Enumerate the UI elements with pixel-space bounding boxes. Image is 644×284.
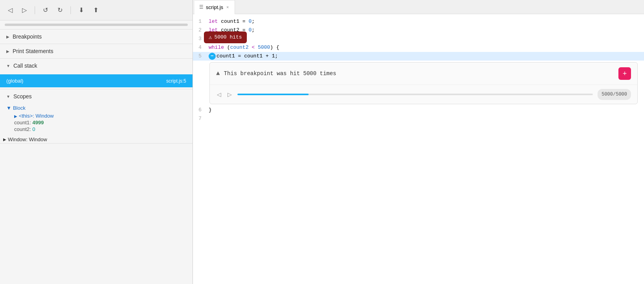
bp-progress-fill	[237, 94, 309, 95]
bp-controls: ◁ ▷ 5000/5000	[210, 85, 637, 104]
line-content-6: }	[205, 106, 644, 114]
call-stack-global-item[interactable]: (global) script.js:5	[0, 74, 192, 87]
line-content-4: while (count2 < 5000) {	[205, 43, 644, 52]
global-file-ref: script.js:5	[166, 78, 186, 84]
code-line-4: ⚠ 5000 hits 4 while (count2 < 5000) {	[193, 43, 644, 52]
line-content-1: let count1 = 0;	[205, 17, 644, 26]
line-content-2: let count2 = 0;	[205, 26, 644, 35]
scroll-area	[0, 20, 192, 30]
undo-button[interactable]: ↺	[41, 6, 50, 15]
toolbar-divider-2	[70, 6, 71, 14]
left-panel: ◁ ▷ ↺ ↻ ⬇ ⬆ ▶ Breakpoints ▶ Print Statem…	[0, 0, 193, 284]
breakpoints-header[interactable]: ▶ Breakpoints	[0, 30, 192, 44]
scopes-label: Scopes	[13, 93, 32, 100]
code-line-1: 1 let count1 = 0;	[193, 17, 644, 26]
forward-button[interactable]: ▷	[20, 6, 28, 15]
tab-close-button[interactable]: ×	[226, 4, 229, 10]
bp-warning-icon: ▲	[216, 69, 220, 78]
this-label: ▶ <this>: Window	[14, 113, 54, 119]
toolbar-divider	[35, 6, 35, 14]
tab-name: script.js	[206, 4, 223, 10]
step-out-button[interactable]: ⬆	[92, 6, 100, 15]
block-chevron: ▼	[6, 105, 11, 111]
window-label: Window: Window	[8, 136, 47, 142]
back-button[interactable]: ◁	[6, 6, 14, 15]
call-stack-chevron: ▼	[6, 64, 10, 68]
redo-button[interactable]: ↻	[56, 6, 64, 15]
script-tab[interactable]: ☰ script.js ×	[194, 0, 235, 14]
print-statements-section: ▶ Print Statements	[0, 44, 192, 59]
line-num-6: 6	[193, 106, 205, 114]
breakpoints-section: ▶ Breakpoints	[0, 30, 192, 44]
breakpoints-label: Breakpoints	[13, 33, 42, 40]
code-line-6: 6 }	[193, 106, 644, 114]
call-stack-header[interactable]: ▼ Call stack	[0, 59, 192, 73]
step-into-button[interactable]: ⬇	[77, 6, 85, 15]
bp-progress-bar[interactable]	[237, 94, 593, 95]
breakpoint-dot[interactable]: −	[209, 53, 216, 60]
toolbar: ◁ ▷ ↺ ↻ ⬇ ⬆	[0, 0, 192, 20]
right-panel: ☰ script.js × 1 let count1 = 0; 2 let co…	[193, 0, 644, 284]
bp-prev-button[interactable]: ◁	[216, 90, 222, 98]
window-chevron: ▶	[3, 137, 6, 142]
bp-info-text: ▲ This breakpoint was hit 5000 times	[216, 69, 336, 78]
scopes-chevron: ▼	[6, 94, 10, 99]
scope-block: ▼ Block ▶ <this>: Window count1: 4999 co…	[0, 103, 192, 136]
print-statements-chevron: ▶	[6, 49, 9, 53]
count1-key: count1:	[14, 120, 31, 125]
line-num-7: 7	[193, 114, 205, 123]
breakpoint-badge-label: 5000 hits	[214, 33, 242, 42]
count2-value: 0	[32, 126, 35, 132]
bp-message: This breakpoint was hit 5000 times	[224, 69, 337, 78]
call-stack-label: Call stack	[13, 63, 37, 69]
scopes-header[interactable]: ▼ Scopes	[0, 89, 192, 103]
warning-icon: ⚠	[209, 33, 212, 42]
scopes-section: ▼ Scopes ▼ Block ▶ <this>: Window count1…	[0, 89, 192, 144]
code-line-2: 2 let count2 = 0;	[193, 26, 644, 35]
count2-item[interactable]: count2: 0	[6, 126, 186, 133]
count2-key: count2:	[14, 126, 31, 132]
print-statements-header[interactable]: ▶ Print Statements	[0, 44, 192, 58]
code-line-5: 5 − count1 = count1 + 1;	[193, 52, 644, 61]
line-num-5: 5	[193, 52, 205, 61]
count1-value: 4999	[32, 120, 44, 125]
window-item[interactable]: ▶ Window: Window	[0, 136, 192, 143]
line-num-1: 1	[193, 17, 205, 26]
code-line-7: 7	[193, 114, 644, 123]
breakpoint-badge: ⚠ 5000 hits	[204, 31, 247, 43]
tabs-bar: ☰ script.js ×	[193, 0, 644, 14]
bp-add-button[interactable]: +	[618, 67, 631, 80]
block-label[interactable]: ▼ Block	[6, 105, 186, 111]
bp-info-header: ▲ This breakpoint was hit 5000 times +	[210, 63, 637, 85]
this-item[interactable]: ▶ <this>: Window	[6, 112, 186, 119]
code-line-3: 3	[193, 35, 644, 43]
tab-file-icon: ☰	[199, 4, 204, 10]
count1-item[interactable]: count1: 4999	[6, 119, 186, 126]
line-content-5: − count1 = count1 + 1;	[205, 52, 644, 61]
breakpoint-info-box: ▲ This breakpoint was hit 5000 times + ◁…	[209, 62, 638, 104]
call-stack-section: ▼ Call stack (global) script.js:5	[0, 59, 192, 89]
scroll-track[interactable]	[5, 24, 188, 26]
bp-next-button[interactable]: ▷	[227, 90, 233, 98]
code-area: 1 let count1 = 0; 2 let count2 = 0; 3 ⚠ …	[193, 14, 644, 284]
print-statements-label: Print Statements	[13, 48, 54, 54]
global-label: (global)	[6, 78, 23, 84]
breakpoints-chevron: ▶	[6, 35, 9, 39]
line-num-4: 4	[193, 43, 205, 52]
bp-counter: 5000/5000	[598, 89, 631, 100]
